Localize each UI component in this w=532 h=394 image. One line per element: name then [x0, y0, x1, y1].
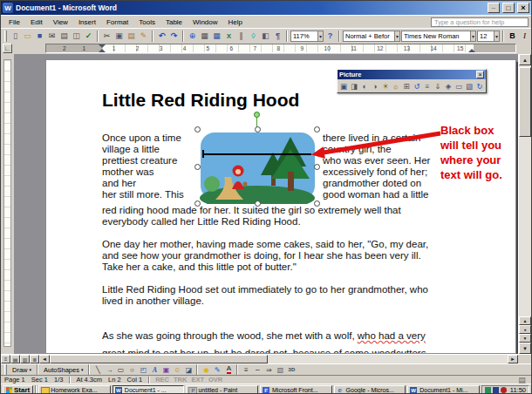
resize-handle-top-middle[interactable]: [255, 126, 261, 132]
view-outline-button[interactable]: [30, 355, 39, 363]
horizontal-ruler[interactable]: 21 123456789101112131415: [45, 44, 516, 53]
minimize-button[interactable]: [488, 3, 500, 13]
scroll-right-icon[interactable]: [508, 355, 518, 363]
toolbar-grip[interactable]: [4, 364, 7, 376]
paragraph2[interactable]: One day her mother, having made some cak…: [102, 239, 428, 273]
menu-item-insert[interactable]: Insert: [73, 17, 101, 27]
rotate-handle[interactable]: [254, 112, 260, 118]
save-icon[interactable]: [34, 31, 45, 42]
email-icon[interactable]: [46, 31, 58, 42]
arrow-icon[interactable]: [104, 365, 114, 375]
text-line-3[interactable]: mother was: [102, 166, 184, 178]
document-page[interactable]: Little Red Riding Hood Once upon a timev…: [45, 59, 516, 354]
insert-picture-icon[interactable]: [338, 80, 349, 92]
text-line-4[interactable]: and her: [102, 178, 184, 189]
scroll-down-icon[interactable]: [519, 343, 531, 354]
tray-icon-3[interactable]: [501, 387, 507, 393]
paragraph1-right-column[interactable]: there lived in a certaincountry girl, th…: [323, 132, 430, 200]
text-line-4[interactable]: grandmother doted on: [323, 178, 430, 189]
next-page-button[interactable]: [519, 334, 531, 343]
paragraph3[interactable]: Little Red Riding Hood set out immediate…: [102, 284, 428, 307]
font-select[interactable]: Times New Roman: [401, 31, 476, 42]
horizontal-scrollbar-track[interactable]: [50, 355, 508, 363]
horizontal-scrollbar-thumb[interactable]: [50, 355, 268, 363]
status-mode-2[interactable]: EXT: [191, 376, 204, 384]
hanging-indent-marker[interactable]: [99, 49, 106, 52]
reset-picture-icon[interactable]: [474, 80, 485, 92]
taskbar-button-google[interactable]: Google - Micros...: [334, 385, 406, 394]
menu-item-help[interactable]: Help: [223, 17, 248, 27]
taskbar-button-paint[interactable]: untitled - Paint: [186, 385, 258, 394]
text-line-3[interactable]: excessively fond of her;: [323, 166, 430, 178]
insert-table-icon[interactable]: [211, 31, 222, 42]
resize-handle-top-right[interactable]: [314, 126, 320, 132]
print-icon[interactable]: [58, 31, 70, 42]
scroll-left-icon[interactable]: [39, 355, 50, 363]
scrollbar-thumb[interactable]: [519, 67, 531, 137]
font-color-icon[interactable]: [223, 365, 234, 375]
menu-item-edit[interactable]: Edit: [25, 17, 48, 27]
tray-icon-2[interactable]: [493, 387, 499, 393]
menu-item-format[interactable]: Format: [101, 17, 133, 27]
ask-question-box[interactable]: Type a question for help: [431, 17, 529, 27]
close-button[interactable]: [517, 3, 529, 13]
picture-toolbar-close-icon[interactable]: [476, 71, 484, 78]
line-color-icon[interactable]: [212, 365, 222, 375]
autoshapes-menu-button[interactable]: AutoShapes: [41, 365, 85, 375]
format-picture-icon[interactable]: [454, 80, 464, 92]
menu-item-window[interactable]: Window: [188, 17, 222, 27]
cut-icon[interactable]: [101, 31, 113, 42]
bold-button[interactable]: B: [507, 31, 518, 42]
text-line-2[interactable]: who was ever seen. Her: [323, 155, 430, 166]
document-map-icon[interactable]: [260, 31, 271, 42]
text-line-0[interactable]: there lived in a certain: [323, 132, 430, 144]
help-icon[interactable]: [324, 31, 336, 42]
taskbar-button-document1-2[interactable]: Document1 - Mi...: [407, 385, 480, 394]
text-line-0[interactable]: One day her mother, having made some cak…: [102, 239, 428, 250]
spelling-grammar-icon[interactable]: [83, 31, 94, 42]
view-print-layout-button[interactable]: [20, 355, 30, 363]
italic-button[interactable]: I: [519, 31, 530, 42]
diagram-icon[interactable]: [160, 365, 171, 375]
view-normal-button[interactable]: [1, 355, 10, 363]
crop-icon[interactable]: [401, 80, 412, 92]
copy-icon[interactable]: [113, 31, 125, 42]
vertical-ruler[interactable]: [1, 54, 14, 354]
select-browse-object-button[interactable]: [519, 325, 531, 334]
less-contrast-icon[interactable]: [370, 80, 380, 92]
text-box-icon[interactable]: [138, 365, 148, 375]
first-line-indent-marker[interactable]: [99, 44, 106, 48]
picture-toolbar[interactable]: Picture: [337, 69, 487, 93]
menu-item-view[interactable]: View: [48, 17, 73, 27]
columns-icon[interactable]: [235, 31, 247, 42]
format-painter-icon[interactable]: [138, 31, 149, 42]
show-hide-icon[interactable]: [272, 31, 283, 42]
word-art-icon[interactable]: [149, 365, 160, 375]
scrollbar-track[interactable]: [519, 65, 531, 316]
taskbar-button-document1[interactable]: Document1 - ...: [113, 385, 185, 394]
right-indent-marker[interactable]: [468, 49, 475, 52]
insert-excel-worksheet-icon[interactable]: [223, 31, 235, 42]
redo-icon[interactable]: [168, 31, 180, 42]
clip-art-icon[interactable]: [172, 365, 182, 375]
status-mode-0[interactable]: REC: [155, 376, 169, 384]
new-document-icon[interactable]: [10, 31, 21, 42]
line-icon[interactable]: [92, 365, 103, 375]
arrow-style-icon[interactable]: [263, 365, 274, 375]
resize-handle-middle-right[interactable]: [314, 164, 320, 170]
taskbar-button-homework[interactable]: Homework Exa...: [38, 385, 111, 394]
font-size-select[interactable]: 12: [477, 31, 500, 42]
set-transparent-color-icon[interactable]: [464, 80, 474, 92]
tables-and-borders-icon[interactable]: [199, 31, 210, 42]
image-color-icon[interactable]: [349, 80, 359, 92]
text-line-0[interactable]: Once upon a time: [102, 132, 184, 144]
toolbar-grip[interactable]: [4, 31, 7, 42]
resize-handle-middle-left[interactable]: [194, 164, 201, 170]
tab-selector-button[interactable]: [3, 44, 12, 53]
document-heading[interactable]: Little Red Riding Hood: [102, 90, 299, 111]
insert-picture-icon[interactable]: [183, 365, 194, 375]
text-line-2[interactable]: Take her a cake, and this little pot of …: [102, 262, 428, 273]
paragraph1-continuation[interactable]: red riding hood made for her. It suited …: [102, 205, 401, 228]
drawing-icon[interactable]: [248, 31, 259, 42]
menu-item-file[interactable]: File: [3, 17, 25, 27]
